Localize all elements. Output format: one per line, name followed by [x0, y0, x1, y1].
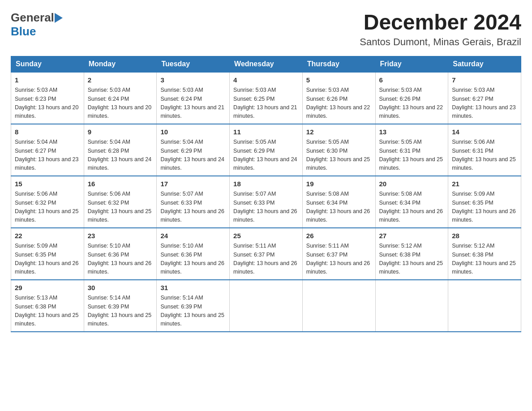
day-number: 13 — [379, 127, 445, 137]
day-info: Sunrise: 5:05 AMSunset: 6:30 PMDaylight:… — [306, 139, 370, 171]
day-number: 12 — [306, 127, 372, 137]
calendar-cell: 21Sunrise: 5:09 AMSunset: 6:35 PMDayligh… — [448, 176, 521, 228]
day-number: 18 — [233, 179, 299, 189]
calendar-cell: 4Sunrise: 5:03 AMSunset: 6:25 PMDaylight… — [230, 72, 303, 124]
calendar-subtitle: Santos Dumont, Minas Gerais, Brazil — [360, 36, 521, 48]
calendar-cell: 27Sunrise: 5:12 AMSunset: 6:38 PMDayligh… — [375, 228, 448, 280]
day-info: Sunrise: 5:03 AMSunset: 6:24 PMDaylight:… — [160, 87, 224, 119]
calendar-cell: 20Sunrise: 5:08 AMSunset: 6:34 PMDayligh… — [375, 176, 448, 228]
calendar-cell — [230, 280, 303, 332]
day-number: 24 — [160, 231, 226, 241]
day-number: 7 — [452, 75, 517, 86]
title-area: December 2024 Santos Dumont, Minas Gerai… — [360, 11, 521, 48]
calendar-cell: 17Sunrise: 5:07 AMSunset: 6:33 PMDayligh… — [157, 176, 230, 228]
calendar-cell: 10Sunrise: 5:04 AMSunset: 6:29 PMDayligh… — [157, 124, 230, 176]
day-number: 14 — [452, 127, 517, 137]
day-info: Sunrise: 5:04 AMSunset: 6:27 PMDaylight:… — [15, 139, 78, 171]
day-number: 30 — [88, 283, 153, 293]
day-info: Sunrise: 5:14 AMSunset: 6:39 PMDaylight:… — [88, 295, 151, 327]
calendar-cell: 16Sunrise: 5:06 AMSunset: 6:32 PMDayligh… — [84, 176, 157, 228]
calendar-cell: 7Sunrise: 5:03 AMSunset: 6:27 PMDaylight… — [448, 72, 521, 124]
calendar-cell — [448, 280, 521, 332]
day-info: Sunrise: 5:12 AMSunset: 6:38 PMDaylight:… — [452, 243, 515, 275]
day-number: 28 — [452, 231, 517, 241]
calendar-cell: 13Sunrise: 5:05 AMSunset: 6:31 PMDayligh… — [375, 124, 448, 176]
weekday-header-monday: Monday — [84, 56, 157, 72]
week-row-4: 22Sunrise: 5:09 AMSunset: 6:35 PMDayligh… — [11, 228, 521, 280]
day-info: Sunrise: 5:08 AMSunset: 6:34 PMDaylight:… — [306, 191, 370, 223]
calendar-cell — [302, 280, 375, 332]
day-info: Sunrise: 5:04 AMSunset: 6:28 PMDaylight:… — [88, 139, 151, 171]
calendar-cell: 23Sunrise: 5:10 AMSunset: 6:36 PMDayligh… — [84, 228, 157, 280]
calendar-cell: 18Sunrise: 5:07 AMSunset: 6:33 PMDayligh… — [230, 176, 303, 228]
day-number: 4 — [233, 75, 299, 86]
weekday-header-tuesday: Tuesday — [157, 56, 230, 72]
weekday-header-thursday: Thursday — [302, 56, 375, 72]
day-number: 16 — [88, 179, 153, 189]
day-number: 26 — [306, 231, 372, 241]
day-number: 21 — [452, 179, 517, 189]
day-number: 11 — [233, 127, 299, 137]
svg-marker-0 — [55, 13, 63, 23]
logo-general: General — [11, 11, 54, 25]
day-info: Sunrise: 5:03 AMSunset: 6:23 PMDaylight:… — [15, 87, 78, 119]
week-row-1: 1Sunrise: 5:03 AMSunset: 6:23 PMDaylight… — [11, 72, 521, 124]
calendar-cell: 22Sunrise: 5:09 AMSunset: 6:35 PMDayligh… — [11, 228, 84, 280]
calendar-table: SundayMondayTuesdayWednesdayThursdayFrid… — [11, 56, 521, 332]
logo-blue: Blue — [11, 25, 36, 38]
calendar-cell: 30Sunrise: 5:14 AMSunset: 6:39 PMDayligh… — [84, 280, 157, 332]
calendar-cell: 15Sunrise: 5:06 AMSunset: 6:32 PMDayligh… — [11, 176, 84, 228]
week-row-2: 8Sunrise: 5:04 AMSunset: 6:27 PMDaylight… — [11, 124, 521, 176]
day-info: Sunrise: 5:06 AMSunset: 6:31 PMDaylight:… — [452, 139, 515, 171]
day-info: Sunrise: 5:11 AMSunset: 6:37 PMDaylight:… — [306, 243, 370, 275]
day-info: Sunrise: 5:09 AMSunset: 6:35 PMDaylight:… — [15, 243, 78, 275]
day-info: Sunrise: 5:13 AMSunset: 6:38 PMDaylight:… — [15, 295, 78, 327]
calendar-title: December 2024 — [360, 11, 521, 34]
day-number: 1 — [15, 75, 80, 86]
day-info: Sunrise: 5:09 AMSunset: 6:35 PMDaylight:… — [452, 191, 515, 223]
weekday-header-row: SundayMondayTuesdayWednesdayThursdayFrid… — [11, 56, 521, 72]
week-row-5: 29Sunrise: 5:13 AMSunset: 6:38 PMDayligh… — [11, 280, 521, 332]
calendar-cell: 28Sunrise: 5:12 AMSunset: 6:38 PMDayligh… — [448, 228, 521, 280]
day-info: Sunrise: 5:05 AMSunset: 6:31 PMDaylight:… — [379, 139, 443, 171]
day-number: 9 — [88, 127, 153, 137]
day-info: Sunrise: 5:03 AMSunset: 6:27 PMDaylight:… — [452, 87, 515, 119]
day-info: Sunrise: 5:11 AMSunset: 6:37 PMDaylight:… — [233, 243, 297, 275]
header: General Blue December 2024 Santos Dumont… — [11, 11, 521, 48]
day-info: Sunrise: 5:04 AMSunset: 6:29 PMDaylight:… — [160, 139, 224, 171]
calendar-cell: 19Sunrise: 5:08 AMSunset: 6:34 PMDayligh… — [302, 176, 375, 228]
weekday-header-wednesday: Wednesday — [230, 56, 303, 72]
calendar-cell: 1Sunrise: 5:03 AMSunset: 6:23 PMDaylight… — [11, 72, 84, 124]
day-info: Sunrise: 5:03 AMSunset: 6:24 PMDaylight:… — [88, 87, 151, 119]
weekday-header-friday: Friday — [375, 56, 448, 72]
day-info: Sunrise: 5:14 AMSunset: 6:39 PMDaylight:… — [160, 295, 224, 327]
day-info: Sunrise: 5:06 AMSunset: 6:32 PMDaylight:… — [88, 191, 151, 223]
calendar-cell: 14Sunrise: 5:06 AMSunset: 6:31 PMDayligh… — [448, 124, 521, 176]
day-info: Sunrise: 5:03 AMSunset: 6:26 PMDaylight:… — [379, 87, 443, 119]
weekday-header-saturday: Saturday — [448, 56, 521, 72]
day-number: 3 — [160, 75, 226, 86]
calendar-cell: 29Sunrise: 5:13 AMSunset: 6:38 PMDayligh… — [11, 280, 84, 332]
calendar-cell: 11Sunrise: 5:05 AMSunset: 6:29 PMDayligh… — [230, 124, 303, 176]
calendar-cell: 5Sunrise: 5:03 AMSunset: 6:26 PMDaylight… — [302, 72, 375, 124]
calendar-cell: 12Sunrise: 5:05 AMSunset: 6:30 PMDayligh… — [302, 124, 375, 176]
logo-triangle-icon — [55, 13, 63, 23]
day-number: 6 — [379, 75, 445, 86]
day-number: 25 — [233, 231, 299, 241]
day-info: Sunrise: 5:06 AMSunset: 6:32 PMDaylight:… — [15, 191, 78, 223]
day-info: Sunrise: 5:03 AMSunset: 6:26 PMDaylight:… — [306, 87, 370, 119]
calendar-cell: 6Sunrise: 5:03 AMSunset: 6:26 PMDaylight… — [375, 72, 448, 124]
day-info: Sunrise: 5:05 AMSunset: 6:29 PMDaylight:… — [233, 139, 297, 171]
day-number: 22 — [15, 231, 80, 241]
day-number: 10 — [160, 127, 226, 137]
calendar-cell: 9Sunrise: 5:04 AMSunset: 6:28 PMDaylight… — [84, 124, 157, 176]
day-info: Sunrise: 5:07 AMSunset: 6:33 PMDaylight:… — [160, 191, 224, 223]
calendar-cell: 2Sunrise: 5:03 AMSunset: 6:24 PMDaylight… — [84, 72, 157, 124]
calendar-cell: 8Sunrise: 5:04 AMSunset: 6:27 PMDaylight… — [11, 124, 84, 176]
day-info: Sunrise: 5:10 AMSunset: 6:36 PMDaylight:… — [160, 243, 224, 275]
day-number: 20 — [379, 179, 445, 189]
day-number: 15 — [15, 179, 80, 189]
day-number: 19 — [306, 179, 372, 189]
calendar-cell: 24Sunrise: 5:10 AMSunset: 6:36 PMDayligh… — [157, 228, 230, 280]
calendar-cell: 26Sunrise: 5:11 AMSunset: 6:37 PMDayligh… — [302, 228, 375, 280]
